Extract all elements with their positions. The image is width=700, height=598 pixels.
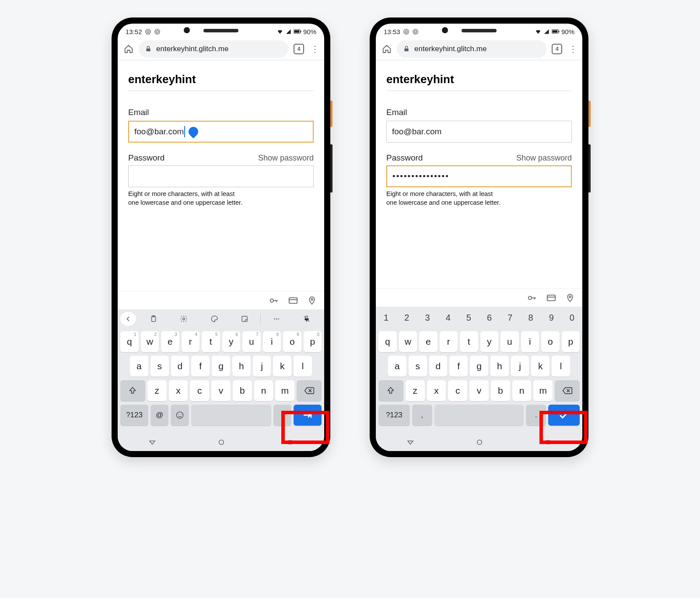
symbols-key[interactable]: ?123: [378, 405, 410, 426]
key-j[interactable]: j: [253, 356, 271, 377]
nav-home-icon[interactable]: [217, 438, 225, 446]
shift-key[interactable]: [378, 380, 403, 401]
key-g[interactable]: g: [470, 356, 488, 377]
key-j[interactable]: j: [511, 356, 529, 377]
password-field[interactable]: •••••••••••••••: [386, 165, 572, 187]
enter-key[interactable]: [548, 405, 580, 426]
shift-key[interactable]: [120, 380, 145, 401]
key-l[interactable]: l: [552, 356, 570, 377]
key-y[interactable]: y: [480, 331, 499, 352]
spacebar-key[interactable]: [434, 405, 524, 426]
key-e[interactable]: e3: [161, 331, 179, 352]
password-key-icon[interactable]: [527, 293, 537, 303]
email-field[interactable]: foo@bar.com: [386, 121, 572, 143]
nav-home-icon[interactable]: [476, 438, 483, 446]
key-d[interactable]: d: [171, 356, 189, 377]
key-v[interactable]: v: [211, 380, 231, 401]
key-w[interactable]: w: [399, 331, 417, 352]
key-k[interactable]: k: [531, 356, 550, 377]
email-field[interactable]: foo@bar.com: [128, 121, 314, 143]
key-m[interactable]: m: [275, 380, 294, 401]
key-n[interactable]: n: [512, 380, 532, 401]
key-x[interactable]: x: [427, 380, 446, 401]
payment-card-icon[interactable]: [288, 296, 298, 305]
nav-back-icon[interactable]: [148, 438, 156, 446]
backspace-key[interactable]: [555, 380, 580, 401]
key-u[interactable]: u7: [242, 331, 261, 352]
enter-key[interactable]: [294, 405, 322, 426]
numkey-5[interactable]: 5: [458, 307, 479, 329]
spacebar-key[interactable]: [191, 405, 271, 426]
kb-more-icon[interactable]: [262, 309, 291, 329]
password-key-icon[interactable]: [269, 296, 279, 305]
key-n[interactable]: n: [254, 380, 273, 401]
key-t[interactable]: t: [460, 331, 478, 352]
kb-settings-icon[interactable]: [169, 309, 199, 329]
key-x[interactable]: x: [169, 380, 188, 401]
key-p[interactable]: p0: [304, 331, 322, 352]
secondary-key[interactable]: @: [150, 405, 168, 426]
numkey-4[interactable]: 4: [438, 307, 458, 329]
key-c[interactable]: c: [448, 380, 467, 401]
key-a[interactable]: a: [388, 356, 406, 377]
key-e[interactable]: e: [419, 331, 438, 352]
numkey-1[interactable]: 1: [376, 307, 396, 329]
key-i[interactable]: i: [521, 331, 539, 352]
key-o[interactable]: o9: [283, 331, 301, 352]
key-t[interactable]: t5: [202, 331, 220, 352]
kb-clipboard-icon[interactable]: [139, 309, 168, 329]
key-w[interactable]: w2: [141, 331, 159, 352]
address-bar[interactable]: enterkeyhint.glitch.me: [139, 40, 288, 58]
emoji-key[interactable]: [171, 405, 189, 426]
kb-sticker-icon[interactable]: [230, 309, 260, 329]
browser-home-icon[interactable]: [121, 44, 136, 54]
nav-recent-icon[interactable]: [287, 439, 294, 446]
key-u[interactable]: u: [500, 331, 519, 352]
key-v[interactable]: v: [469, 380, 489, 401]
key-z[interactable]: z: [147, 380, 167, 401]
browser-menu-icon[interactable]: ⋮: [567, 44, 579, 54]
backspace-key[interactable]: [297, 380, 322, 401]
numkey-6[interactable]: 6: [479, 307, 500, 329]
password-field[interactable]: [128, 165, 314, 187]
key-d[interactable]: d: [429, 356, 448, 377]
secondary-key[interactable]: ,: [412, 405, 432, 426]
key-b[interactable]: b: [233, 380, 252, 401]
kb-theme-icon[interactable]: [200, 309, 229, 329]
tab-switcher-button[interactable]: 4: [552, 44, 562, 54]
key-o[interactable]: o: [541, 331, 560, 352]
numkey-2[interactable]: 2: [396, 307, 417, 329]
payment-card-icon[interactable]: [546, 293, 556, 303]
show-password-toggle[interactable]: Show password: [258, 154, 314, 163]
period-key[interactable]: .: [526, 405, 546, 426]
numkey-7[interactable]: 7: [500, 307, 520, 329]
key-q[interactable]: q: [378, 331, 397, 352]
key-f[interactable]: f: [449, 356, 468, 377]
kb-collapse-icon[interactable]: [120, 312, 136, 326]
key-l[interactable]: l: [294, 356, 312, 377]
kb-mic-off-icon[interactable]: [292, 309, 322, 329]
address-pin-icon[interactable]: [308, 296, 316, 305]
period-key[interactable]: .: [273, 405, 291, 426]
key-k[interactable]: k: [273, 356, 291, 377]
key-a[interactable]: a: [130, 356, 148, 377]
key-r[interactable]: r4: [182, 331, 200, 352]
numkey-0[interactable]: 0: [562, 307, 582, 329]
key-r[interactable]: r: [440, 331, 458, 352]
key-h[interactable]: h: [232, 356, 251, 377]
key-y[interactable]: y6: [222, 331, 241, 352]
key-q[interactable]: q1: [120, 331, 139, 352]
address-pin-icon[interactable]: [566, 293, 574, 303]
address-bar[interactable]: enterkeyhint.glitch.me: [397, 40, 546, 58]
tab-switcher-button[interactable]: 4: [294, 44, 304, 54]
key-m[interactable]: m: [533, 380, 553, 401]
key-p[interactable]: p: [562, 331, 580, 352]
show-password-toggle[interactable]: Show password: [516, 154, 572, 163]
symbols-key[interactable]: ?123: [120, 405, 148, 426]
numkey-9[interactable]: 9: [541, 307, 562, 329]
key-z[interactable]: z: [406, 380, 425, 401]
nav-recent-icon[interactable]: [545, 439, 552, 446]
numkey-3[interactable]: 3: [417, 307, 438, 329]
key-h[interactable]: h: [490, 356, 509, 377]
key-c[interactable]: c: [190, 380, 209, 401]
